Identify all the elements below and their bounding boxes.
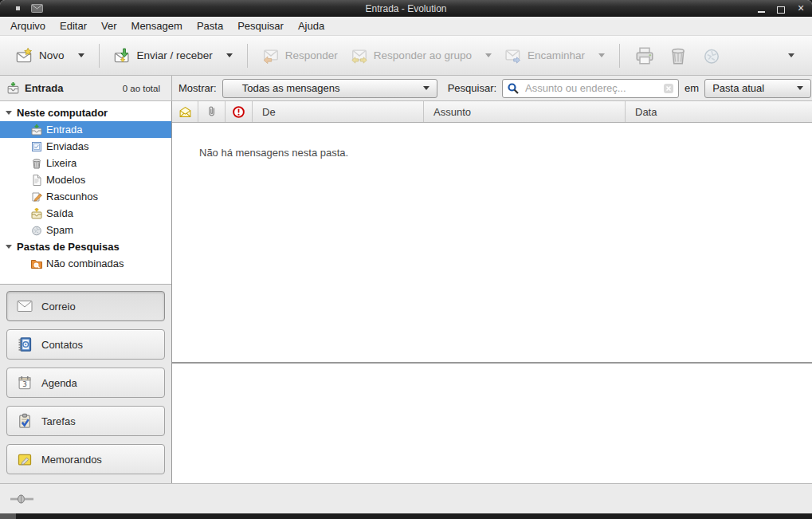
tree-group-this-computer[interactable]: Neste computador — [0, 104, 171, 121]
statusbar — [0, 483, 812, 513]
new-message-button[interactable]: Novo — [10, 43, 91, 69]
scope-value: Pasta atual — [712, 82, 764, 94]
folder-enviadas[interactable]: Enviadas — [0, 138, 171, 155]
close-button[interactable]: × — [796, 4, 806, 14]
reply-button[interactable]: Responder — [256, 43, 344, 69]
column-priority[interactable] — [226, 101, 253, 122]
mail-icon — [17, 300, 33, 313]
reply-group-dropdown-arrow-icon[interactable] — [485, 53, 492, 57]
reply-group-button[interactable]: Responder ao grupo — [344, 43, 498, 69]
collapse-triangle-icon[interactable] — [6, 111, 12, 115]
priority-icon — [232, 105, 245, 119]
titlebar[interactable]: Entrada - Evolution × — [0, 0, 812, 17]
search-input[interactable] — [524, 81, 659, 95]
folder-label: Rascunhos — [46, 191, 98, 202]
tree-group-search-folders[interactable]: Pastas de Pesquisas — [0, 238, 171, 255]
menu-ver[interactable]: Ver — [94, 18, 124, 34]
search-box[interactable] — [502, 79, 679, 98]
titlebar-dot — [16, 6, 20, 10]
show-filter-dropdown[interactable]: Todas as mensagens — [222, 79, 437, 98]
overflow-chevron-icon[interactable] — [788, 53, 794, 57]
collapse-triangle-icon[interactable] — [6, 245, 12, 249]
read-status-icon — [178, 105, 192, 119]
filter-search-bar: Entrada 0 ao total Mostrar: Todas as men… — [0, 76, 812, 101]
inbox-icon — [6, 81, 20, 95]
forward-dropdown-arrow-icon[interactable] — [598, 53, 605, 57]
scope-dropdown[interactable]: Pasta atual — [704, 79, 811, 98]
menu-mensagem[interactable]: Mensagem — [124, 18, 190, 34]
switcher-correio[interactable]: Correio — [6, 291, 165, 321]
folder-rascunhos[interactable]: Rascunhos — [0, 188, 171, 205]
folder-entrada[interactable]: Entrada — [0, 121, 171, 138]
junk-button[interactable] — [695, 41, 728, 70]
column-data[interactable]: Data — [626, 101, 812, 122]
new-mail-icon — [16, 47, 33, 65]
maximize-button[interactable] — [776, 4, 786, 14]
menu-arquivo[interactable]: Arquivo — [3, 18, 53, 34]
preview-pane[interactable] — [172, 364, 812, 483]
menu-ajuda[interactable]: Ajuda — [291, 18, 331, 34]
svg-text:3: 3 — [22, 380, 27, 388]
switcher-label: Contatos — [41, 339, 83, 351]
send-receive-dropdown-arrow-icon[interactable] — [226, 53, 233, 57]
switcher-tarefas[interactable]: Tarefas — [6, 406, 165, 436]
evolution-window: Entrada - Evolution × Arquivo Editar Ver… — [0, 0, 812, 513]
show-filter-value: Todas as mensagens — [242, 82, 340, 94]
desktop-panel-strip — [0, 513, 812, 519]
toolbar: Novo Enviar / receber Responder Responde… — [0, 36, 812, 76]
menu-pasta[interactable]: Pasta — [190, 18, 230, 34]
minimize-button[interactable] — [756, 4, 766, 14]
window-envelope-icon[interactable] — [31, 4, 43, 13]
menu-pesquisar[interactable]: Pesquisar — [230, 18, 291, 34]
folder-label: Lixeira — [46, 157, 76, 169]
message-list-header: De Assunto Data — [172, 101, 812, 123]
switcher-label: Memorandos — [41, 454, 102, 466]
junk-icon — [30, 224, 43, 237]
column-label: Assunto — [433, 106, 471, 118]
folder-label: Entrada — [46, 124, 83, 136]
attachment-icon — [206, 105, 218, 118]
folder-modelos[interactable]: Modelos — [0, 171, 171, 188]
print-icon — [635, 46, 654, 65]
folder-label: Enviadas — [46, 140, 88, 152]
clear-input-icon[interactable] — [663, 83, 674, 94]
message-list-body[interactable]: Não há mensagens nesta pasta. — [172, 123, 812, 364]
folder-label: Modelos — [46, 174, 85, 186]
empty-folder-text: Não há mensagens nesta pasta. — [199, 147, 348, 159]
menu-editar[interactable]: Editar — [53, 18, 94, 34]
new-dropdown-arrow-icon[interactable] — [78, 53, 84, 57]
send-receive-button[interactable]: Enviar / receber — [108, 43, 239, 69]
column-read-status[interactable] — [172, 101, 198, 122]
delete-button[interactable] — [661, 41, 695, 70]
online-plug-icon[interactable] — [10, 493, 35, 505]
toolbar-separator — [619, 44, 620, 68]
folder-saida[interactable]: Saída — [0, 205, 171, 222]
folder-nao-combinadas[interactable]: Não combinadas — [0, 255, 171, 272]
switcher-contatos[interactable]: Contatos — [6, 329, 165, 360]
message-list-pane: De Assunto Data Não há mensagens nesta p… — [172, 101, 812, 483]
forward-icon — [504, 47, 522, 65]
print-button[interactable] — [628, 41, 661, 70]
show-label: Mostrar: — [178, 82, 217, 94]
calendar-icon: 3 — [17, 375, 33, 391]
column-assunto[interactable]: Assunto — [424, 101, 626, 122]
column-attachment[interactable] — [198, 101, 226, 122]
menubar: Arquivo Editar Ver Mensagem Pasta Pesqui… — [0, 17, 812, 36]
column-de[interactable]: De — [253, 101, 424, 122]
inbox-icon — [30, 124, 43, 136]
search-folder-icon — [30, 258, 43, 270]
folder-spam[interactable]: Spam — [0, 222, 171, 238]
column-label: De — [262, 106, 276, 118]
switcher-agenda[interactable]: 3 Agenda — [6, 368, 165, 398]
switcher-memorandos[interactable]: Memorandos — [6, 444, 165, 474]
dropdown-arrow-icon — [797, 86, 803, 90]
forward-button[interactable]: Encaminhar — [498, 43, 611, 69]
folder-label: Não combinadas — [46, 258, 124, 269]
drafts-icon — [30, 191, 43, 203]
tree-group-label: Neste computador — [17, 107, 108, 119]
send-receive-label: Enviar / receber — [137, 49, 213, 61]
toolbar-separator — [99, 44, 100, 68]
search-magnifier-icon — [507, 82, 520, 95]
folder-lixeira[interactable]: Lixeira — [0, 155, 171, 171]
view-switcher: Correio Contatos 3 Agenda — [0, 285, 171, 483]
